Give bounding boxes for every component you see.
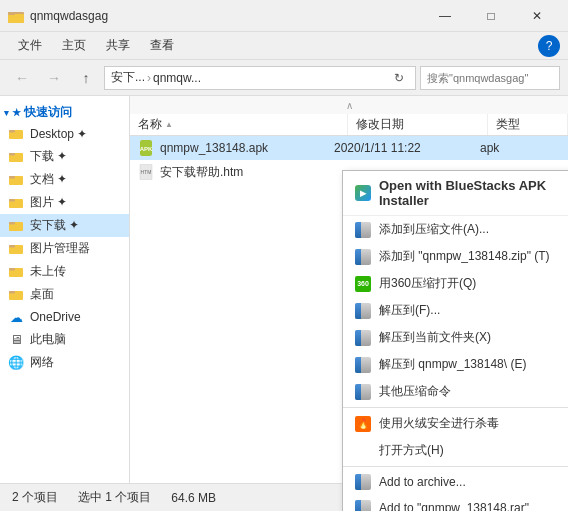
refresh-button[interactable]: ↻	[389, 67, 409, 89]
help-button[interactable]: ?	[538, 35, 560, 57]
ctx-add-rar-icon	[355, 500, 371, 511]
ctx-bluestacks-header[interactable]: ▶ Open with BlueStacks APK Installer	[343, 171, 568, 216]
ctx-extract-to[interactable]: 解压到(F)...	[343, 297, 568, 324]
desktop-folder-icon	[8, 126, 24, 142]
bluestacks-icon: ▶	[355, 185, 371, 201]
network-icon: 🌐	[8, 355, 24, 371]
sidebar-item-network[interactable]: 🌐 网络	[0, 351, 129, 374]
sidebar-item-anxiazai[interactable]: 安下载 ✦	[0, 214, 129, 237]
sidebar-item-pictures[interactable]: 图片 ✦	[0, 191, 129, 214]
col-header-date[interactable]: 修改日期	[348, 114, 488, 135]
pictures-folder-icon	[8, 195, 24, 211]
thispc-icon: 🖥	[8, 332, 24, 348]
sort-arrow: ∧	[346, 100, 353, 111]
search-bar[interactable]: 🔍	[420, 66, 560, 90]
menu-bar: 文件 主页 共享 查看 ?	[0, 32, 568, 60]
svg-rect-14	[9, 245, 15, 248]
svg-rect-8	[9, 176, 15, 179]
col-type-label: 类型	[496, 116, 520, 133]
sidebar-quick-access[interactable]: ▾ ★ 快速访问	[0, 100, 129, 123]
ctx-open-360[interactable]: 360 用360压缩打开(Q)	[343, 270, 568, 297]
ctx-extract-here-icon	[355, 330, 371, 346]
ctx-extract-here[interactable]: 解压到当前文件夹(X)	[343, 324, 568, 351]
desktop2-folder-icon	[8, 287, 24, 303]
forward-button[interactable]: →	[40, 64, 68, 92]
anxiazai-folder-icon	[8, 218, 24, 234]
close-button[interactable]: ✕	[514, 0, 560, 32]
address-segments: 安下... › qnmqw...	[111, 69, 389, 86]
sidebar-item-network-label: 网络	[30, 354, 54, 371]
sidebar-item-desktop2[interactable]: 桌面	[0, 283, 129, 306]
notuploaded-folder-icon	[8, 264, 24, 280]
sidebar-item-notuploaded[interactable]: 未上传	[0, 260, 129, 283]
ctx-virus-scan-label: 使用火绒安全进行杀毒	[379, 415, 499, 432]
ctx-add-zip-name[interactable]: 添加到 "qnmpw_138148.zip" (T)	[343, 243, 568, 270]
ctx-open-with[interactable]: 打开方式(H)	[343, 437, 568, 464]
sidebar-item-thispc[interactable]: 🖥 此电脑	[0, 328, 129, 351]
ctx-extract-here-label: 解压到当前文件夹(X)	[379, 329, 491, 346]
ctx-add-archive-icon	[355, 474, 371, 490]
sidebar-item-downloads[interactable]: 下载 ✦	[0, 145, 129, 168]
menu-share[interactable]: 共享	[96, 33, 140, 58]
svg-text:HTM: HTM	[141, 169, 152, 175]
ctx-add-zip-name-label: 添加到 "qnmpw_138148.zip" (T)	[379, 248, 550, 265]
quick-access-label: 快速访问	[24, 104, 72, 121]
sidebar-item-notuploaded-label: 未上传	[30, 263, 66, 280]
ctx-extract-to-label: 解压到(F)...	[379, 302, 440, 319]
sidebar-item-downloads-label: 下载 ✦	[30, 148, 67, 165]
menu-file[interactable]: 文件	[8, 33, 52, 58]
ctx-open-with-label: 打开方式(H)	[379, 442, 444, 459]
address-bar[interactable]: 安下... › qnmqw... ↻	[104, 66, 416, 90]
sidebar-item-pictures-label: 图片 ✦	[30, 194, 67, 211]
window-icon	[8, 8, 24, 24]
sidebar-item-desktop[interactable]: Desktop ✦	[0, 123, 129, 145]
svg-text:APK: APK	[140, 146, 153, 152]
downloads-folder-icon	[8, 149, 24, 165]
context-menu: ▶ Open with BlueStacks APK Installer 添加到…	[342, 170, 568, 511]
ctx-extract-to-icon	[355, 303, 371, 319]
status-selected: 选中 1 个项目	[78, 489, 151, 506]
sidebar-item-onedrive[interactable]: ☁ OneDrive	[0, 306, 129, 328]
col-header-name[interactable]: 名称 ▲	[130, 114, 348, 135]
ctx-extract-folder[interactable]: 解压到 qnmpw_138148\ (E)	[343, 351, 568, 378]
menu-home[interactable]: 主页	[52, 33, 96, 58]
svg-rect-16	[9, 268, 15, 271]
ctx-open-with-icon	[355, 443, 371, 459]
ctx-extract-folder-label: 解压到 qnmpw_138148\ (E)	[379, 356, 526, 373]
status-item-count: 2 个项目	[12, 489, 58, 506]
col-header-type[interactable]: 类型	[488, 114, 568, 135]
title-bar-left: qnmqwdasgag	[8, 8, 422, 24]
ctx-add-zip-label: 添加到压缩文件(A)...	[379, 221, 489, 238]
ctx-extract-folder-icon	[355, 357, 371, 373]
ctx-other-compress-label: 其他压缩命令	[379, 383, 451, 400]
sort-indicator-bar: ∧	[130, 96, 568, 114]
title-bar: qnmqwdasgag — □ ✕	[0, 0, 568, 32]
file-apk-type: apk	[480, 141, 560, 155]
sidebar-item-documents-label: 文档 ✦	[30, 171, 67, 188]
ctx-virus-scan[interactable]: 🔥 使用火绒安全进行杀毒	[343, 410, 568, 437]
back-button[interactable]: ←	[8, 64, 36, 92]
sidebar-item-documents[interactable]: 文档 ✦	[0, 168, 129, 191]
svg-rect-10	[9, 199, 15, 202]
address-part1: 安下...	[111, 69, 145, 86]
file-htm-name: 安下载帮助.htm	[160, 164, 328, 181]
maximize-button[interactable]: □	[468, 0, 514, 32]
menu-view[interactable]: 查看	[140, 33, 184, 58]
onedrive-icon: ☁	[8, 309, 24, 325]
file-item-apk[interactable]: APK qnmpw_138148.apk 2020/1/11 11:22 apk	[130, 136, 568, 160]
ctx-add-zip[interactable]: 添加到压缩文件(A)...	[343, 216, 568, 243]
ctx-add-rar[interactable]: Add to "qnmpw_138148.rar"	[343, 495, 568, 511]
minimize-button[interactable]: —	[422, 0, 468, 32]
svg-rect-2	[8, 12, 15, 15]
up-button[interactable]: ↑	[72, 64, 100, 92]
title-controls: — □ ✕	[422, 0, 560, 32]
ctx-add-archive[interactable]: Add to archive...	[343, 469, 568, 495]
ctx-other-compress-icon	[355, 384, 371, 400]
search-input[interactable]	[427, 72, 565, 84]
address-part2: qnmqw...	[153, 71, 201, 85]
ctx-add-zip-icon	[355, 222, 371, 238]
ctx-other-compress[interactable]: 其他压缩命令	[343, 378, 568, 405]
sidebar-item-photomanager[interactable]: 图片管理器	[0, 237, 129, 260]
toolbar: ← → ↑ 安下... › qnmqw... ↻ 🔍	[0, 60, 568, 96]
documents-folder-icon	[8, 172, 24, 188]
